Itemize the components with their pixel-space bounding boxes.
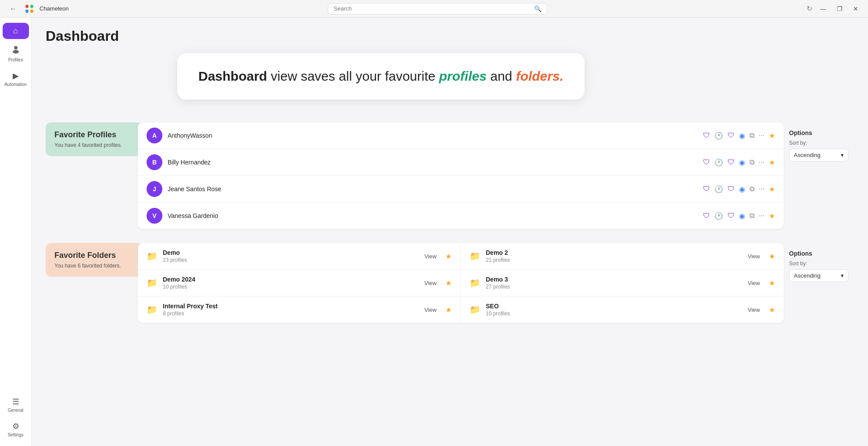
copy-icon[interactable]: ⧉ [750,212,754,220]
content-area: Dashboard Dashboard view saves all your … [32,18,868,446]
shield-icon[interactable]: 🛡 [703,212,710,220]
copy-icon[interactable]: ⧉ [750,158,754,166]
more-icon[interactable]: ··· [759,212,764,220]
close-button[interactable]: ✕ [850,4,861,13]
app-logo [25,4,34,14]
folder-star-icon[interactable]: ★ [445,252,452,260]
minimize-button[interactable]: — [818,4,829,13]
avatar: A [147,128,162,143]
folder-info: SEO 10 profiles [486,303,739,317]
clock-icon[interactable]: 🕐 [714,158,723,167]
maximize-button[interactable]: ❐ [834,4,845,13]
copy-icon[interactable]: ⧉ [750,185,754,193]
folder-star-icon[interactable]: ★ [769,252,775,260]
clock-icon[interactable]: 🕐 [714,212,723,220]
folders-chevron-down-icon: ▾ [841,272,844,279]
profile-name: AnthonyWasson [168,132,698,139]
sidebar-label-automation: Automation [4,82,27,87]
shield-icon[interactable]: 🛡 [703,185,710,193]
automation-icon: ▶ [13,71,19,81]
folder-star-icon[interactable]: ★ [445,279,452,287]
folder-view-button[interactable]: View [744,305,764,315]
folders-sort-select[interactable]: Ascending ▾ [789,269,849,282]
search-bar: 🔍 [328,3,547,14]
chrome-icon[interactable]: ◉ [739,185,745,193]
banner-spacer [46,53,142,110]
folder-view-button[interactable]: View [421,251,440,261]
shield2-icon[interactable]: 🛡 [728,212,735,220]
profile-actions: 🛡 🕐 🛡 ◉ ⧉ ··· ★ [703,212,775,220]
shield-icon[interactable]: 🛡 [703,132,710,139]
folder-name: Internal Proxy Test [163,303,416,310]
folders-section-subtitle: You have 6 favorited folders. [54,263,133,269]
titlebar-left: ← Chameleon [7,4,69,14]
profiles-section-title: Favorite Profiles [54,130,133,139]
profile-row: J Jeane Santos Rose 🛡 🕐 🛡 ◉ ⧉ ··· ★ [138,176,784,203]
chevron-down-icon: ▾ [841,152,844,158]
profiles-section-subtitle: You have 4 favorited profiles. [54,142,133,148]
folder-count: 8 profiles [163,310,416,317]
folder-star-icon[interactable]: ★ [445,306,452,314]
folder-icon: 📁 [470,251,481,261]
profiles-options-panel: Options Sort by: Ascending ▾ [784,122,854,168]
search-input[interactable] [334,5,531,12]
folder-star-icon[interactable]: ★ [769,279,775,287]
profile-name: Vanessa Gardenio [168,212,698,219]
back-button[interactable]: ← [7,4,19,14]
folder-view-button[interactable]: View [744,251,764,261]
banner-part2: and [487,69,516,83]
star-icon[interactable]: ★ [769,185,775,193]
more-icon[interactable]: ··· [759,185,764,193]
profiles-icon [11,44,21,56]
folder-icon: 📁 [147,251,158,261]
sidebar-item-general[interactable]: ☰ General [3,393,29,416]
sidebar-item-automation[interactable]: ▶ Automation [3,68,29,90]
folder-row: 📁 Demo 23 profiles View ★ [138,243,460,270]
sidebar-item-settings[interactable]: ⚙ Settings [3,418,29,441]
more-icon[interactable]: ··· [759,158,764,166]
star-icon[interactable]: ★ [769,132,775,140]
folder-icon: 📁 [470,304,481,315]
folder-star-icon[interactable]: ★ [769,306,775,314]
folders-sort-label: Sort by: [789,260,849,267]
chrome-icon[interactable]: ◉ [739,132,745,140]
app-title: Chameleon [39,5,69,12]
folder-info: Demo 2 21 profiles [486,249,739,263]
svg-point-1 [30,4,33,7]
folder-info: Demo 2024 10 profiles [163,276,416,290]
folders-section-title: Favorite Folders [54,251,133,260]
folder-name: Demo 3 [486,276,739,283]
folder-view-button[interactable]: View [744,278,764,288]
folder-count: 10 profiles [486,310,739,317]
folder-name: Demo 2024 [163,276,416,283]
folder-view-button[interactable]: View [421,305,440,315]
shield-icon[interactable]: 🛡 [703,158,710,166]
chrome-icon[interactable]: ◉ [739,212,745,220]
profile-actions: 🛡 🕐 🛡 ◉ ⧉ ··· ★ [703,185,775,193]
sidebar-item-profiles[interactable]: Profiles [3,41,29,66]
more-icon[interactable]: ··· [759,132,764,139]
shield2-icon[interactable]: 🛡 [728,132,735,139]
sidebar-item-home[interactable]: ⌂ [3,23,29,39]
banner-folders: folders. [516,69,563,83]
search-container: 🔍 [69,3,807,14]
copy-icon[interactable]: ⧉ [750,132,754,139]
shield2-icon[interactable]: 🛡 [728,185,735,193]
folder-icon: 📁 [147,278,158,288]
clock-icon[interactable]: 🕐 [714,185,723,193]
folders-options-title: Options [789,250,849,257]
chrome-icon[interactable]: ◉ [739,158,745,167]
app-body: ⌂ Profiles ▶ Automation ☰ General ⚙ Sett… [0,18,868,446]
sidebar-label-profiles: Profiles [8,57,23,62]
clock-icon[interactable]: 🕐 [714,132,723,140]
shield2-icon[interactable]: 🛡 [728,158,735,166]
star-icon[interactable]: ★ [769,158,775,167]
star-icon[interactable]: ★ [769,212,775,220]
profile-name: Billy Hernandez [168,159,698,166]
sidebar-label-settings: Settings [7,432,23,437]
svg-point-0 [25,4,29,7]
folder-view-button[interactable]: View [421,278,440,288]
profiles-section: Favorite Profiles You have 4 favorited p… [46,122,854,229]
refresh-icon[interactable]: ↻ [807,4,812,13]
profiles-sort-select[interactable]: Ascending ▾ [789,149,849,161]
